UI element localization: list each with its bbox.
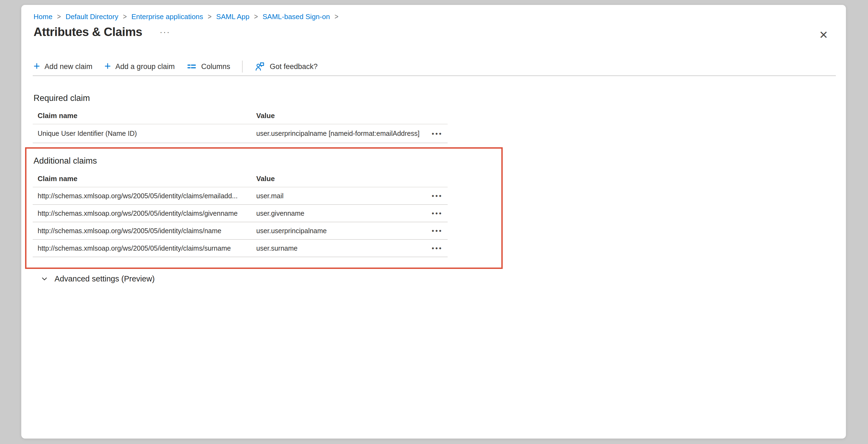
claim-value-cell: user.givenname [256,209,421,217]
table-row[interactable]: http://schemas.xmlsoap.org/ws/2005/05/id… [33,222,447,240]
toolbar-divider-line [33,75,836,76]
breadcrumb-enterprise-applications[interactable]: Enterprise applications [131,12,203,21]
advanced-settings-label: Advanced settings (Preview) [55,274,155,284]
table-row[interactable]: http://schemas.xmlsoap.org/ws/2005/05/id… [33,240,447,257]
chevron-right-icon: > [254,12,258,21]
claim-name-cell: http://schemas.xmlsoap.org/ws/2005/05/id… [33,192,256,200]
additional-claims-table: Claim name Value http://schemas.xmlsoap.… [33,171,447,257]
claim-name-cell: http://schemas.xmlsoap.org/ws/2005/05/id… [33,227,256,235]
breadcrumb: Home > Default Directory > Enterprise ap… [34,12,338,21]
chevron-right-icon: > [123,12,127,21]
table-row[interactable]: http://schemas.xmlsoap.org/ws/2005/05/id… [33,205,447,222]
column-header-claim-name: Claim name [33,112,256,120]
breadcrumb-home[interactable]: Home [34,12,52,21]
add-group-claim-button[interactable]: + Add a group claim [104,62,175,71]
plus-icon: + [104,62,111,70]
required-claim-heading: Required claim [34,93,90,103]
claim-value-cell: user.userprincipalname [256,227,421,235]
plus-icon: + [34,62,40,70]
claim-name-cell: http://schemas.xmlsoap.org/ws/2005/05/id… [33,244,256,252]
claim-value-cell: user.userprincipalname [nameid-format:em… [256,129,421,138]
got-feedback-button[interactable]: Got feedback? [255,61,318,72]
add-new-claim-label: Add new claim [44,62,92,71]
attributes-claims-panel: Home > Default Directory > Enterprise ap… [21,5,846,439]
chevron-right-icon: > [208,12,212,21]
column-header-claim-name: Claim name [33,175,256,183]
feedback-icon [255,61,265,72]
row-more-button[interactable]: ••• [421,228,447,234]
row-more-button[interactable]: ••• [421,210,447,216]
table-header-row: Claim name Value [33,108,447,124]
page-title: Attributes & Claims [34,25,142,39]
column-header-value: Value [256,112,421,120]
title-row: Attributes & Claims ··· [34,25,172,39]
table-row[interactable]: http://schemas.xmlsoap.org/ws/2005/05/id… [33,187,447,205]
breadcrumb-saml-based-sign-on[interactable]: SAML-based Sign-on [262,12,330,21]
row-more-button[interactable]: ••• [421,130,447,137]
chevron-down-icon [40,275,49,283]
claim-value-cell: user.mail [256,192,421,200]
add-group-claim-label: Add a group claim [115,62,175,71]
columns-label: Columns [201,62,230,71]
close-icon[interactable]: ✕ [815,28,832,41]
row-more-button[interactable]: ••• [421,245,447,251]
claim-value-cell: user.surname [256,244,421,252]
toolbar: + Add new claim + Add a group claim Colu… [34,58,318,75]
got-feedback-label: Got feedback? [270,62,318,71]
add-new-claim-button[interactable]: + Add new claim [34,62,92,71]
table-row[interactable]: Unique User Identifier (Name ID) user.us… [33,124,447,143]
columns-button[interactable]: Columns [187,62,230,71]
additional-claims-heading: Additional claims [34,156,97,166]
claim-name-cell: Unique User Identifier (Name ID) [33,129,256,138]
columns-icon [187,62,196,71]
required-claim-table: Claim name Value Unique User Identifier … [33,108,447,143]
claim-name-cell: http://schemas.xmlsoap.org/ws/2005/05/id… [33,209,256,217]
toolbar-divider [242,61,243,72]
row-more-button[interactable]: ••• [421,193,447,199]
chevron-right-icon: > [335,12,338,21]
advanced-settings-toggle[interactable]: Advanced settings (Preview) [40,273,155,285]
column-header-value: Value [256,175,421,183]
table-header-row: Claim name Value [33,171,447,187]
breadcrumb-saml-app[interactable]: SAML App [216,12,249,21]
title-more-button[interactable]: ··· [158,28,172,36]
chevron-right-icon: > [57,12,61,21]
breadcrumb-default-directory[interactable]: Default Directory [65,12,118,21]
